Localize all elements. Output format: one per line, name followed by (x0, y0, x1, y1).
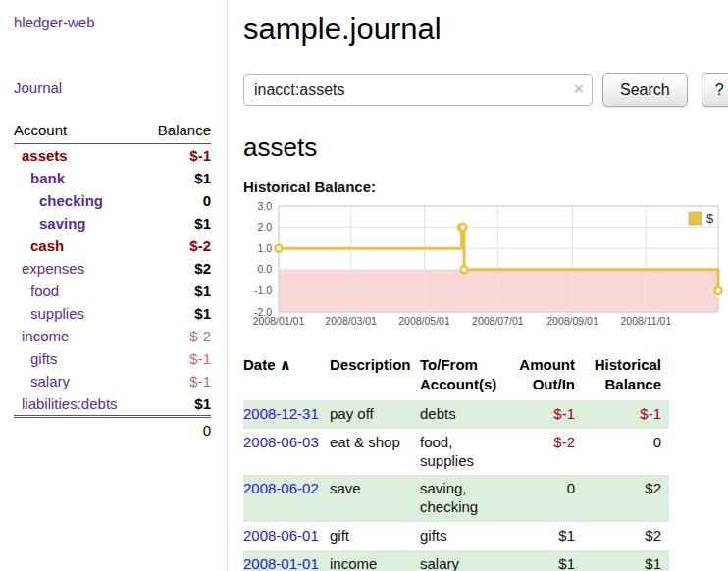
account-link[interactable]: cash (14, 237, 64, 254)
register-row: 2008-06-01 gift gifts $1 $2 (243, 522, 669, 550)
journal-nav: Journal (14, 79, 211, 96)
account-name-cell: liabilities:debts (14, 392, 144, 417)
account-link[interactable]: supplies (14, 305, 84, 322)
register-balance: $2 (583, 475, 669, 522)
register-balance: $-1 (583, 400, 669, 429)
accounts-total-row: 0 (14, 417, 211, 442)
register-row: 2008-06-02 save saving, checking 0 $2 (243, 475, 669, 522)
register-date-cell: 2008-12-31 (243, 400, 330, 429)
register-header-balance: Historical Balance (583, 355, 669, 400)
account-balance: 0 (144, 189, 211, 212)
register-amount: 0 (514, 475, 583, 522)
account-link[interactable]: saving (14, 215, 86, 232)
register-row: 2008-06-03 eat & shop food, supplies $-2… (243, 429, 669, 476)
register-row: 2008-01-01 income salary $1 $1 (243, 550, 669, 571)
main-content: sample.journal × Search ? assets Histori… (228, 0, 728, 571)
accounts-header-balance: Balance (144, 120, 211, 144)
account-link[interactable]: gifts (14, 350, 58, 367)
account-name-cell: checking (14, 189, 144, 212)
balance-chart-svg: 3.02.01.00.0-1.0-2.02008/01/012008/03/01… (243, 202, 724, 336)
register-date-link[interactable]: 2008-06-02 (243, 480, 319, 496)
journal-link[interactable]: Journal (14, 79, 62, 96)
account-link[interactable]: liabilities:debts (14, 395, 118, 412)
legend-swatch (689, 212, 702, 225)
accounts-total-balance: 0 (144, 417, 211, 442)
register-description: eat & shop (330, 429, 420, 476)
account-row: food $1 (14, 280, 211, 302)
accounts-header-account: Account (14, 120, 144, 144)
register-balance: $1 (583, 550, 669, 571)
account-row: cash $-2 (14, 234, 211, 257)
register-header-row: Date ∧ Description To/From Account(s) Am… (243, 355, 669, 400)
account-balance: $1 (144, 302, 211, 325)
account-name-cell: assets (14, 144, 144, 168)
x-tick-label: 2008/09/01 (546, 315, 598, 327)
account-name-cell: bank (14, 167, 144, 189)
account-name-cell: salary (14, 370, 144, 392)
register-header-accounts: To/From Account(s) (420, 355, 514, 400)
register-table: Date ∧ Description To/From Account(s) Am… (243, 355, 669, 571)
account-row: saving $1 (14, 212, 211, 234)
register-date-link[interactable]: 2008-06-03 (243, 434, 319, 450)
register-description: income (330, 550, 420, 571)
accounts-header-row: Account Balance (14, 120, 211, 144)
account-link[interactable]: assets (14, 147, 68, 164)
account-row: income $-2 (14, 325, 211, 347)
data-point-marker (715, 287, 722, 294)
chart-title: Historical Balance: (243, 179, 728, 195)
register-header-description: Description (330, 355, 420, 400)
help-button[interactable]: ? (702, 73, 728, 107)
register-header-amount: Amount Out/In (514, 355, 583, 400)
register-balance: 0 (583, 429, 669, 476)
register-header-date[interactable]: Date ∧ (243, 355, 330, 400)
account-name-cell: expenses (14, 257, 144, 280)
register-header-date-label: Date (243, 356, 276, 373)
x-tick-label: 2008/07/01 (472, 315, 524, 327)
account-name-cell: cash (14, 234, 144, 257)
clear-search-icon[interactable]: × (574, 79, 584, 99)
account-row: assets $-1 (14, 144, 211, 168)
account-row: supplies $1 (14, 302, 211, 325)
search-button[interactable]: Search (602, 73, 688, 107)
account-row: liabilities:debts $1 (14, 392, 211, 417)
data-point-marker (459, 224, 466, 231)
register-amount: $1 (514, 522, 583, 550)
app-title-link[interactable]: hledger-web (14, 14, 95, 30)
account-balance: $-2 (144, 234, 211, 257)
register-amount: $-2 (514, 429, 583, 476)
account-balance: $-2 (144, 325, 211, 347)
account-balance: $1 (144, 280, 211, 302)
legend-label: $ (706, 211, 714, 226)
register-date-link[interactable]: 2008-06-01 (243, 527, 319, 544)
register-accounts: debts (420, 400, 514, 429)
account-balance: $-1 (144, 370, 211, 392)
account-link[interactable]: bank (14, 170, 65, 186)
account-link[interactable]: expenses (14, 260, 84, 277)
search-input[interactable] (243, 74, 593, 106)
app-title: hledger-web (14, 14, 211, 30)
account-link[interactable]: income (14, 328, 69, 344)
account-row: salary $-1 (14, 370, 211, 392)
account-balance: $2 (144, 257, 211, 280)
account-balance: $1 (144, 212, 211, 234)
register-date-cell: 2008-06-02 (243, 475, 330, 522)
account-name-cell: saving (14, 212, 144, 234)
y-tick-label: 3.0 (257, 200, 272, 212)
account-link[interactable]: checking (14, 192, 103, 209)
data-point-marker (276, 245, 283, 252)
register-date-link[interactable]: 2008-12-31 (243, 405, 319, 422)
register-accounts: gifts (420, 522, 514, 550)
register-accounts: saving, checking (420, 475, 514, 522)
x-tick-label: 2008/11/01 (620, 315, 671, 327)
sort-asc-icon: ∧ (280, 356, 291, 373)
accounts-total-spacer (14, 417, 144, 442)
register-description: save (330, 475, 420, 522)
register-table-body: 2008-12-31 pay off debts $-1 $-1 2008-06… (243, 400, 669, 571)
accounts-table: Account Balance assets $-1 bank $1 check… (14, 120, 211, 441)
register-date-cell: 2008-06-01 (243, 522, 330, 550)
search-bar: × Search ? (243, 73, 728, 107)
register-date-link[interactable]: 2008-01-01 (243, 555, 319, 571)
register-description: pay off (330, 400, 420, 429)
account-link[interactable]: food (14, 283, 59, 299)
account-link[interactable]: salary (14, 373, 70, 389)
